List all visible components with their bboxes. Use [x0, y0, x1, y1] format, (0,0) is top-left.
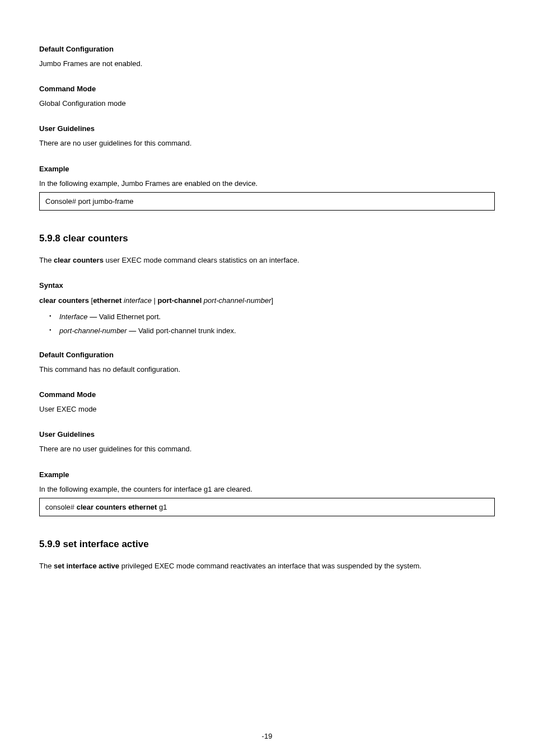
cc-pre: The	[39, 256, 54, 264]
param-1-label: Interface —	[59, 312, 99, 321]
param-1-desc: Valid Ethernet port.	[99, 312, 161, 321]
console-2-arg: g1	[159, 503, 167, 511]
default-config-body-2: This command has no default configuratio…	[39, 365, 495, 375]
set-interface-active-title: 5.9.9 set interface active	[39, 539, 495, 550]
ss-cmd: set interface active	[54, 562, 119, 570]
syn-kw2: port-channel	[158, 296, 204, 305]
syn-kw1: ethernet	[93, 296, 124, 305]
param-list: Interface — Valid Ethernet port. port-ch…	[39, 312, 495, 335]
param-2-desc: Valid port-channel trunk index.	[138, 326, 236, 335]
command-mode-heading-1: Command Mode	[39, 85, 495, 93]
ss-pre: The	[39, 562, 54, 570]
example-heading-2: Example	[39, 470, 495, 479]
user-guidelines-body-1: There are no user guidelines for this co…	[39, 138, 495, 148]
clear-counters-title: 5.9.8 clear counters	[39, 233, 495, 244]
syn-rb: ]	[271, 296, 274, 305]
ss-post: privileged EXEC mode command reactivates…	[119, 562, 421, 570]
command-mode-body-2: User EXEC mode	[39, 404, 495, 414]
cc-post: user EXEC mode command clears statistics…	[104, 256, 299, 264]
syn-arg1: interface	[124, 296, 153, 305]
syn-arg2: port-channel-number	[204, 296, 271, 305]
console-2-cmd: clear counters ethernet	[77, 503, 159, 511]
example-body-1: In the following example, Jumbo Frames a…	[39, 179, 495, 189]
syn-cmd: clear counters	[39, 296, 91, 305]
user-guidelines-body-2: There are no user guidelines for this co…	[39, 444, 495, 454]
default-config-heading-1: Default Configuration	[39, 45, 495, 53]
syntax-heading: Syntax	[39, 281, 495, 290]
example-body-2: In the following example, the counters f…	[39, 484, 495, 494]
user-guidelines-heading-2: User Guidelines	[39, 430, 495, 438]
set-interface-desc: The set interface active privileged EXEC…	[39, 562, 421, 570]
default-config-body-1: Jumbo Frames are not enabled.	[39, 59, 495, 69]
param-item-1: Interface — Valid Ethernet port.	[49, 312, 495, 321]
param-2-label: port-channel-number —	[59, 326, 138, 335]
example-heading-1: Example	[39, 165, 495, 173]
clear-counters-desc: The clear counters user EXEC mode comman…	[39, 256, 299, 264]
default-config-heading-2: Default Configuration	[39, 351, 495, 359]
syn-pipe: |	[154, 296, 158, 305]
param-item-2: port-channel-number — Valid port-channel…	[49, 326, 495, 335]
page-number: -19	[0, 732, 534, 740]
console-box-2: console# clear counters ethernet g1	[39, 498, 495, 516]
command-mode-body-1: Global Configuration mode	[39, 99, 495, 109]
command-mode-heading-2: Command Mode	[39, 390, 495, 399]
syntax-line: clear counters [ethernet interface | por…	[39, 296, 495, 305]
console-2-pre: console#	[45, 503, 77, 511]
cc-cmd: clear counters	[54, 256, 104, 264]
user-guidelines-heading-1: User Guidelines	[39, 124, 495, 133]
console-box-1: Console# port jumbo-frame	[39, 192, 495, 211]
